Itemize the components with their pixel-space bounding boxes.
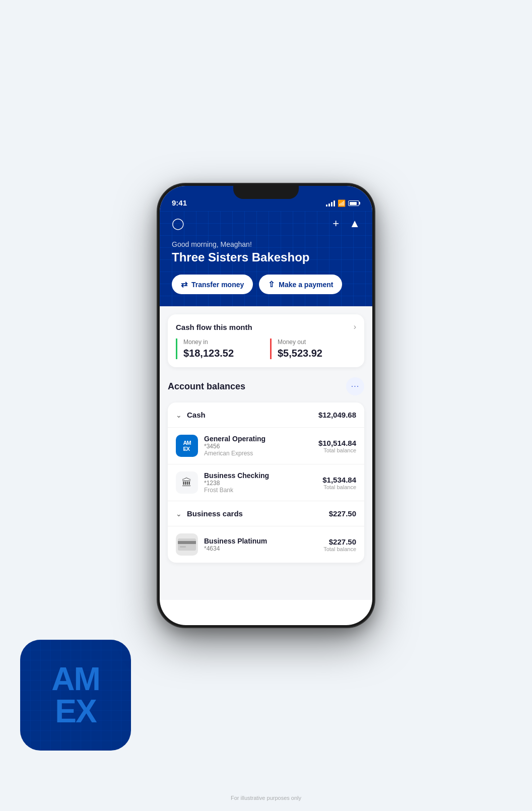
transfer-money-button[interactable]: ⇄ Transfer money (172, 275, 253, 294)
business-checking-info: Business Checking *1238 Frost Bank (204, 471, 269, 494)
transfer-icon: ⇄ (181, 280, 187, 289)
signal-icon (326, 200, 335, 207)
money-out-amount: $5,523.92 (278, 348, 356, 359)
notifications-button[interactable]: ▲ (349, 217, 360, 230)
action-buttons-row: ⇄ Transfer money ⇧ Make a payment (172, 275, 360, 294)
cash-flow-header: Cash flow this month › (176, 322, 356, 331)
business-cards-category-left: ⌄ Business cards (176, 509, 243, 518)
amex-account-icon: AMEX (176, 435, 198, 457)
cash-category-row[interactable]: ⌄ Cash $12,049.68 (168, 402, 364, 428)
business-checking-row[interactable]: 🏛 Business Checking *1238 Frost Bank $1,… (168, 464, 364, 501)
business-checking-bank: Frost Bank (204, 487, 269, 494)
card-account-icon (176, 533, 198, 556)
business-checking-balance-label: Total balance (322, 484, 356, 490)
disclaimer-text: For illustrative purposes only (231, 795, 301, 801)
cash-category-name: Cash (187, 411, 206, 419)
general-operating-name: General Operating (204, 435, 265, 443)
money-in-label: Money in (183, 339, 262, 346)
money-in-amount: $18,123.52 (183, 348, 262, 359)
business-name: Three Sisters Bakeshop (172, 250, 360, 264)
business-checking-left: 🏛 Business Checking *1238 Frost Bank (176, 471, 269, 494)
payment-icon: ⇧ (268, 280, 275, 289)
amex-text-am: AM (51, 663, 100, 695)
amex-logo-decoration: AM EX (20, 640, 131, 751)
money-in-item: Money in $18,123.52 (176, 339, 262, 359)
svg-rect-0 (178, 538, 196, 551)
wifi-icon: 📶 (338, 199, 346, 207)
amex-text-ex: EX (55, 695, 96, 727)
business-cards-chevron-icon: ⌄ (176, 510, 182, 518)
money-out-item: Money out $5,523.92 (270, 339, 356, 359)
more-options-button[interactable]: ··· (346, 377, 364, 395)
account-balances-title: Account balances (168, 381, 245, 392)
general-operating-left: AMEX General Operating *3456 American Ex… (176, 435, 265, 457)
greeting-text: Good morning, Meaghan! (172, 240, 360, 248)
business-checking-amount: $1,534.84 (322, 476, 356, 484)
status-icons: 📶 (326, 199, 360, 207)
phone-notch (233, 184, 299, 199)
svg-rect-1 (178, 541, 196, 544)
profile-button[interactable]: ◯ (172, 217, 184, 230)
general-operating-bank: American Express (204, 450, 265, 457)
svg-rect-2 (180, 546, 186, 548)
general-operating-amount: $10,514.84 (318, 439, 356, 447)
business-cards-category-name: Business cards (187, 509, 243, 518)
make-payment-button[interactable]: ⇧ Make a payment (259, 275, 342, 294)
general-operating-balance-label: Total balance (318, 447, 356, 453)
cash-flow-title: Cash flow this month (176, 323, 252, 331)
main-content: Cash flow this month › Money in $18,123.… (160, 306, 372, 600)
general-operating-right: $10,514.84 Total balance (318, 439, 356, 453)
business-cards-category-amount: $227.50 (329, 509, 356, 518)
header-icons-row: ◯ + ▲ (172, 217, 360, 230)
accounts-list: ⌄ Cash $12,049.68 AMEX General Operating (168, 402, 364, 563)
cash-category-amount: $12,049.68 (318, 411, 356, 419)
status-time: 9:41 (172, 198, 187, 207)
business-platinum-left: Business Platinum *4634 (176, 533, 267, 556)
business-platinum-row[interactable]: Business Platinum *4634 $227.50 Total ba… (168, 526, 364, 563)
business-checking-name: Business Checking (204, 471, 269, 480)
header-right-buttons: + ▲ (332, 217, 360, 230)
cash-flow-card: Cash flow this month › Money in $18,123.… (168, 314, 364, 367)
battery-icon (348, 200, 360, 206)
transfer-money-label: Transfer money (191, 281, 244, 289)
cash-category-left: ⌄ Cash (176, 411, 206, 419)
cash-flow-chevron[interactable]: › (354, 322, 356, 331)
phone-screen: 9:41 📶 (160, 186, 372, 625)
business-checking-right: $1,534.84 Total balance (322, 476, 356, 490)
add-button[interactable]: + (332, 217, 339, 230)
business-platinum-info: Business Platinum *4634 (204, 537, 267, 552)
bank-account-icon: 🏛 (176, 471, 198, 494)
business-cards-category-row[interactable]: ⌄ Business cards $227.50 (168, 501, 364, 526)
cash-flow-row: Money in $18,123.52 Money out $5,523.92 (176, 339, 356, 359)
business-platinum-name: Business Platinum (204, 537, 267, 545)
phone-mockup: 9:41 📶 (158, 184, 374, 627)
account-balances-header: Account balances ··· (168, 377, 364, 395)
cash-chevron-icon: ⌄ (176, 411, 182, 419)
make-payment-label: Make a payment (279, 281, 333, 289)
phone-frame: 9:41 📶 (158, 184, 374, 627)
business-platinum-balance-label: Total balance (323, 546, 356, 552)
business-platinum-number: *4634 (204, 545, 267, 552)
money-out-label: Money out (278, 339, 356, 346)
general-operating-number: *3456 (204, 443, 265, 450)
more-dots-icon: ··· (351, 382, 359, 391)
business-platinum-amount: $227.50 (323, 537, 356, 546)
business-platinum-right: $227.50 Total balance (323, 537, 356, 552)
general-operating-info: General Operating *3456 American Express (204, 435, 265, 457)
app-header: ◯ + ▲ Good morning, Meaghan! Three Siste… (160, 211, 372, 306)
general-operating-row[interactable]: AMEX General Operating *3456 American Ex… (168, 428, 364, 464)
business-checking-number: *1238 (204, 480, 269, 487)
